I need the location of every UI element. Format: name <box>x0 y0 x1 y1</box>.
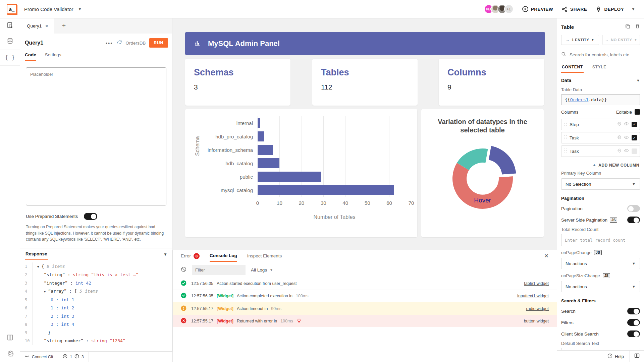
debug-bulb-icon[interactable] <box>297 318 302 324</box>
tab-style[interactable]: STYLE <box>592 62 607 73</box>
add-tab-button[interactable]: ＋ <box>54 21 73 34</box>
tab-query1[interactable]: Query1 ✕ <box>20 18 54 34</box>
clear-logs-icon[interactable] <box>181 266 186 274</box>
response-collapse-chevron-icon[interactable]: ▼ <box>163 252 167 257</box>
header-widget[interactable]: MySQL Admin Panel <box>185 32 545 55</box>
editable-all-checkbox[interactable]: － <box>635 109 640 115</box>
console-tab-console-log[interactable]: Console Log <box>210 250 237 262</box>
sql-editor[interactable]: Placeholder <box>26 67 166 205</box>
donut-chart[interactable] <box>441 138 525 222</box>
log-row[interactable]: 12:57:55.17[Widget]Returned with error i… <box>173 315 557 327</box>
tab-close-icon[interactable]: ✕ <box>45 24 48 28</box>
column-row[interactable]: Step✓ <box>561 119 640 130</box>
connect-git-button[interactable]: Connect Git <box>20 352 58 362</box>
response-json-viewer[interactable]: 1▼{ 8 items2“string” : string “this is a… <box>20 260 172 345</box>
bar-public[interactable] <box>258 172 321 182</box>
property-search-input[interactable] <box>570 52 637 57</box>
client-side-search-toggle[interactable] <box>627 330 640 337</box>
column-settings-gear-icon[interactable] <box>616 148 621 154</box>
log-level-dropdown[interactable]: All Logs ▼ <box>251 267 273 273</box>
deploy-chevron-down-icon[interactable]: ▼ <box>632 7 636 11</box>
connect-entity-button[interactable]: →1 ENTITY▼ <box>561 35 599 45</box>
column-visibility-eye-icon[interactable] <box>624 135 629 141</box>
share-button[interactable]: SHARE <box>562 6 587 12</box>
collapse-arrow-icon[interactable]: ▼ <box>37 265 39 268</box>
console-tab-inspect-elements[interactable]: Inspect Elements <box>247 250 282 262</box>
bar-mysql_catalog[interactable] <box>258 185 394 195</box>
log-filter-input[interactable] <box>192 265 246 275</box>
delete-widget-icon[interactable] <box>635 24 640 30</box>
collapse-arrow-icon[interactable]: ▼ <box>44 290 46 293</box>
orders1-link[interactable]: Orders1 <box>570 97 589 102</box>
run-button[interactable]: RUN <box>149 38 168 48</box>
avatar-overflow-count[interactable]: +1 <box>504 4 514 14</box>
toggle-panel-button[interactable] <box>629 351 644 362</box>
rail-item-libraries[interactable] <box>0 330 20 346</box>
column-visibility-eye-icon[interactable] <box>624 121 629 128</box>
total-record-count-input[interactable] <box>561 234 640 246</box>
log-row[interactable]: 12:57:56.05[Widget]Action completed exec… <box>173 290 557 302</box>
search-toggle[interactable] <box>627 308 640 314</box>
primary-key-dropdown[interactable]: No Selection ▼ <box>561 178 640 190</box>
rail-item-editor[interactable] <box>0 18 20 34</box>
bar-internal[interactable] <box>258 118 260 128</box>
column-visibility-eye-icon[interactable] <box>624 148 629 155</box>
connect-entity-button[interactable]: →NO ENTITY▼ <box>602 35 640 45</box>
data-section-header[interactable]: Data ▼ <box>557 73 644 86</box>
response-tab[interactable]: Response <box>25 248 48 260</box>
prepared-statements-toggle[interactable] <box>84 213 97 220</box>
copy-widget-icon[interactable] <box>625 24 630 30</box>
onpagechange-dropdown[interactable]: No actions ▼ <box>561 258 640 269</box>
log-row[interactable]: 12:57:56.05Action started execution from… <box>173 278 557 290</box>
tab-code[interactable]: Code <box>25 52 36 61</box>
column-row[interactable]: Task✓ <box>561 132 640 143</box>
schema-bar-chart[interactable]: Schema internalhdb_pro_cataloginformatio… <box>185 109 417 237</box>
donut-slice-0[interactable] <box>489 146 516 175</box>
app-name[interactable]: Promo Code Validator <box>24 6 73 12</box>
debug-counts[interactable]: 1 3 <box>58 352 89 362</box>
tab-settings[interactable]: Settings <box>45 52 61 61</box>
pagination-toggle[interactable] <box>627 205 640 212</box>
deploy-button[interactable]: DEPLOY ▼ <box>596 6 635 12</box>
console-tab-error[interactable]: Error8 <box>181 250 200 262</box>
column-editable-checkbox[interactable]: ✓ <box>632 122 637 127</box>
js-toggle-badge[interactable]: JS <box>610 218 617 223</box>
widget-name[interactable]: Table <box>561 24 574 30</box>
drag-handle-icon[interactable] <box>564 148 567 154</box>
column-settings-gear-icon[interactable] <box>616 135 621 141</box>
bar-hdb_pro_catalog[interactable] <box>258 131 264 141</box>
console-close-icon[interactable]: ✕ <box>544 253 549 259</box>
app-name-chevron-down-icon[interactable]: ▼ <box>78 7 82 11</box>
tab-content[interactable]: CONTENT <box>561 62 584 73</box>
log-widget-link[interactable]: button.widget <box>524 319 549 323</box>
stat-card-columns[interactable]: Columns 9 <box>439 59 544 106</box>
stat-card-tables[interactable]: Tables 112 <box>312 59 418 106</box>
bar-information_schema[interactable] <box>258 145 273 155</box>
column-row[interactable]: Task <box>561 145 640 157</box>
column-editable-checkbox[interactable]: ✓ <box>632 135 637 140</box>
column-settings-gear-icon[interactable] <box>616 121 621 127</box>
drag-handle-icon[interactable] <box>564 135 567 141</box>
bar-hdb_catalog[interactable] <box>258 158 279 168</box>
filters-toggle[interactable] <box>627 319 640 326</box>
log-widget-link[interactable]: inputtext1.widget <box>517 294 549 298</box>
query-menu-kebab-icon[interactable]: ••• <box>106 40 113 46</box>
column-editable-checkbox[interactable] <box>632 148 637 154</box>
js-toggle-badge[interactable]: JS <box>594 250 601 255</box>
table-data-input[interactable]: {{Orders1.data}} <box>561 94 640 105</box>
log-row[interactable]: 12:57:55.17[Widget]Action timeout in90ms… <box>173 302 557 315</box>
drag-handle-icon[interactable] <box>564 121 567 127</box>
datasource-name[interactable]: OrdersDB <box>126 41 146 46</box>
log-widget-link[interactable]: radio.widget <box>526 306 549 311</box>
add-new-column-button[interactable]: ＋ ADD NEW COLUMN <box>557 159 644 169</box>
preview-button[interactable]: PREVIEW <box>522 6 553 12</box>
appsmith-logo[interactable]: a_ <box>7 4 17 14</box>
property-search[interactable] <box>557 49 644 62</box>
datatype-donut-chart[interactable]: Variation of datatypes in the selected t… <box>421 109 544 237</box>
rail-item-js[interactable]: { } <box>0 50 20 66</box>
stat-card-schemas[interactable]: Schemas 3 <box>185 59 290 106</box>
collaborator-avatars[interactable]: NJ+1 <box>484 4 514 14</box>
server-side-pagination-toggle[interactable] <box>627 217 640 223</box>
js-toggle-badge[interactable]: JS <box>603 273 610 278</box>
onpagesizechange-dropdown[interactable]: No actions ▼ <box>561 281 640 292</box>
